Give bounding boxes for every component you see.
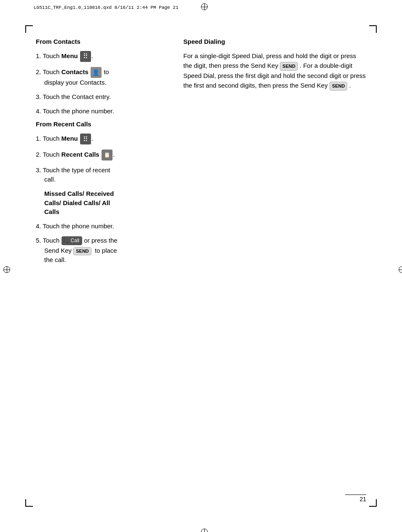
recent-step-2: 2. Touch Recent Calls .	[36, 150, 171, 160]
corner-mark-tr	[369, 25, 377, 33]
contacts-step-1: 1. Touch Menu .	[36, 51, 171, 62]
contacts-step-2: 2. Touch Contacts to display your Contac…	[36, 67, 171, 87]
corner-mark-br	[369, 499, 377, 507]
call-button-icon: Call	[62, 236, 83, 245]
recent-step-5: 5. Touch Call or press the Send Key SEND…	[36, 236, 171, 265]
send-key-icon-3: SEND	[330, 82, 348, 91]
contacts-icon	[91, 67, 102, 78]
recent-step-4: 4. Touch the phone number.	[36, 222, 171, 231]
recent-step-1: 1. Touch Menu .	[36, 134, 171, 144]
contacts-step-1-menu: Menu	[62, 52, 78, 59]
from-contacts-heading: From Contacts	[36, 38, 171, 45]
from-recent-heading: From Recent Calls	[36, 120, 171, 128]
menu-icon-2	[80, 134, 91, 144]
corner-mark-tl	[25, 25, 33, 33]
recent-step-5-cont: Send Key SEND to place the call.	[44, 246, 171, 265]
left-column: From Contacts 1. Touch Menu . 2. Touch C…	[36, 38, 171, 490]
contacts-step-3: 3. Touch the Contact entry.	[36, 92, 171, 102]
main-content: From Contacts 1. Touch Menu . 2. Touch C…	[36, 38, 366, 490]
speed-dialing-paragraph: For a single-digit Speed Dial, press and…	[183, 51, 366, 91]
recent-step-3-cont: call.	[44, 176, 56, 183]
contacts-step-2-cont: display your Contacts.	[44, 78, 171, 87]
page-number: 21	[359, 496, 366, 503]
speed-dialing-heading: Speed Dialing	[183, 38, 366, 45]
separator-line	[345, 495, 366, 495]
right-column: Speed Dialing For a single-digit Speed D…	[183, 38, 366, 490]
corner-mark-bl	[25, 499, 33, 507]
header-text: LG511C_TRF_Eng1.0_110816.qxd 8/16/11 2:4…	[34, 5, 178, 10]
send-key-icon-1: SEND	[73, 247, 91, 256]
recent-calls-icon	[102, 150, 113, 160]
contacts-step-2-num: 2. Touch Contacts to	[36, 68, 109, 75]
recent-step-3: 3. Touch the type of recent call.	[36, 166, 171, 184]
contacts-step-1-num: 1. Touch	[36, 52, 62, 59]
send-key-icon-2: SEND	[280, 62, 298, 71]
contacts-step-4: 4. Touch the phone number.	[36, 107, 171, 116]
menu-icon-1	[80, 51, 91, 62]
call-types: Missed Calls/ ReceivedCalls/ Dialed Call…	[44, 189, 171, 217]
